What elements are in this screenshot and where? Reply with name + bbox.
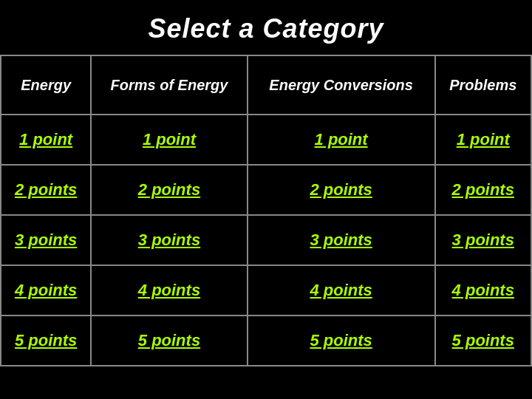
header-row: Energy Forms of Energy Energy Conversion…	[1, 55, 531, 115]
cell-row1-col1[interactable]: 1 point	[1, 115, 91, 165]
cell-row3-col1[interactable]: 3 points	[1, 215, 91, 265]
page-title: Select a Category	[148, 13, 383, 44]
cell-row4-col1[interactable]: 4 points	[1, 265, 91, 316]
header-cell-energy[interactable]: Energy	[1, 55, 91, 115]
cell-row5-col3[interactable]: 5 points	[248, 316, 435, 366]
cell-row4-col2[interactable]: 4 points	[91, 265, 247, 316]
cell-row3-col4[interactable]: 3 points	[435, 215, 531, 265]
header-cell-problems[interactable]: Problems	[435, 55, 531, 115]
table-row: 2 points2 points2 points2 points	[1, 165, 531, 215]
table-row: 3 points3 points3 points3 points	[1, 215, 531, 265]
cell-row3-col2[interactable]: 3 points	[91, 215, 247, 265]
cell-row1-col2[interactable]: 1 point	[91, 115, 247, 165]
cell-row2-col4[interactable]: 2 points	[435, 165, 531, 215]
cell-row2-col1[interactable]: 2 points	[1, 165, 91, 215]
cell-row1-col4[interactable]: 1 point	[435, 115, 531, 165]
table-row: 4 points4 points4 points4 points	[1, 265, 531, 316]
cell-row5-col2[interactable]: 5 points	[91, 316, 247, 366]
header-cell-conversions[interactable]: Energy Conversions	[248, 55, 435, 115]
cell-row1-col3[interactable]: 1 point	[248, 115, 435, 165]
header-cell-forms[interactable]: Forms of Energy	[91, 55, 247, 115]
cell-row4-col4[interactable]: 4 points	[435, 265, 531, 316]
table-row: 1 point1 point1 point1 point	[1, 115, 531, 165]
table-row: 5 points5 points5 points5 points	[1, 316, 531, 366]
category-table: Energy Forms of Energy Energy Conversion…	[0, 55, 532, 366]
cell-row5-col1[interactable]: 5 points	[1, 316, 91, 366]
cell-row2-col2[interactable]: 2 points	[91, 165, 247, 215]
cell-row3-col3[interactable]: 3 points	[248, 215, 435, 265]
cell-row5-col4[interactable]: 5 points	[435, 316, 531, 366]
cell-row2-col3[interactable]: 2 points	[248, 165, 435, 215]
cell-row4-col3[interactable]: 4 points	[248, 265, 435, 316]
